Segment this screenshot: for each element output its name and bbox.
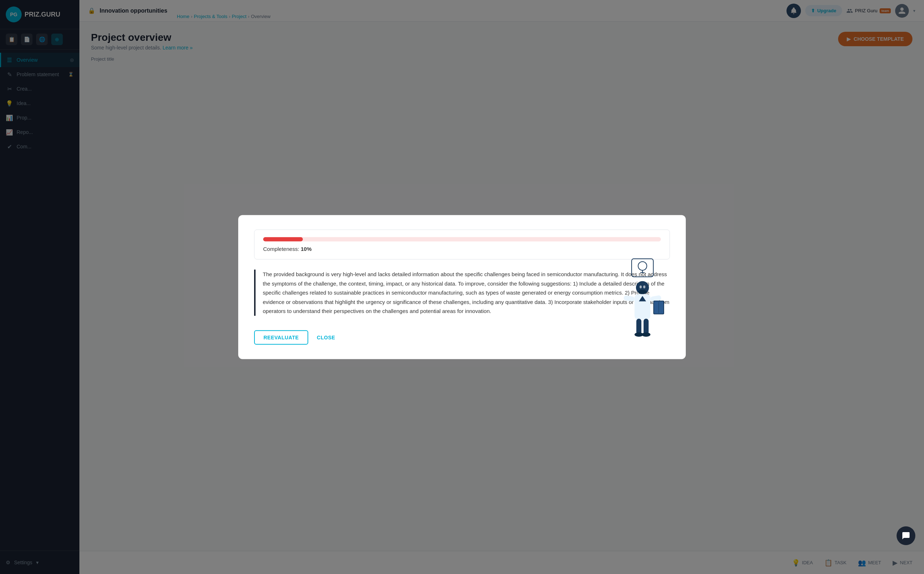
illustration [614, 258, 671, 330]
svg-point-7 [638, 290, 647, 294]
close-button[interactable]: CLOSE [314, 331, 338, 344]
chat-button[interactable] [897, 526, 915, 545]
progress-container: Completeness: 10% [254, 230, 670, 260]
svg-point-5 [639, 285, 642, 288]
progress-bar-track [263, 237, 661, 241]
svg-point-6 [643, 285, 645, 288]
modal-buttons: REEVALUATE CLOSE [254, 330, 670, 344]
evaluation-content: The provided background is very high-lev… [254, 270, 670, 316]
svg-rect-10 [623, 295, 635, 302]
completeness-value: 10% [301, 246, 312, 252]
reevaluate-button[interactable]: REEVALUATE [254, 330, 308, 344]
svg-point-1 [638, 261, 647, 270]
svg-rect-15 [636, 319, 641, 334]
progress-bar-fill [263, 237, 303, 241]
svg-point-18 [642, 332, 650, 336]
completeness-text: Completeness: 10% [263, 246, 661, 252]
svg-rect-16 [644, 319, 649, 334]
evaluation-modal: Completeness: 10% The provided backgroun… [238, 215, 686, 359]
